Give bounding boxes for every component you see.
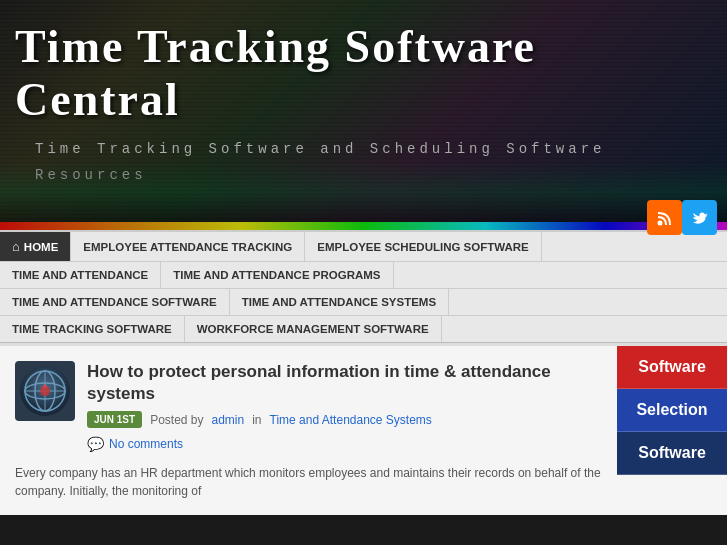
main-content: How to protect personal information in t…	[0, 346, 617, 515]
site-sub2: Resources	[35, 167, 712, 183]
content-area: How to protect personal information in t…	[0, 343, 727, 515]
nav-home[interactable]: ⌂ HOME	[0, 232, 71, 261]
twitter-icon[interactable]	[682, 200, 717, 235]
post-author-link[interactable]: admin	[212, 413, 245, 427]
site-header: Time Tracking Software Central Time Trac…	[0, 0, 727, 230]
sidebar-software2-btn[interactable]: Software	[617, 432, 727, 475]
nav-row-3: TIME AND ATTENDANCE SOFTWARE TIME AND AT…	[0, 289, 727, 315]
post-meta: JUN 1ST Posted by admin in Time and Atte…	[87, 411, 602, 428]
nav-employee-attendance[interactable]: EMPLOYEE ATTENDANCE TRACKING	[71, 232, 305, 261]
nav-time-attendance-programs[interactable]: TIME AND ATTENDANCE PROGRAMS	[161, 262, 393, 288]
post-thumbnail	[15, 361, 75, 421]
sidebar: Software Selection Software	[617, 346, 727, 515]
post-item: How to protect personal information in t…	[15, 361, 602, 452]
nav-time-attendance-systems[interactable]: TIME AND ATTENDANCE SYSTEMS	[230, 289, 449, 315]
nav-workforce-management[interactable]: WORKFORCE MANAGEMENT SOFTWARE	[185, 316, 442, 342]
post-excerpt: Every company has an HR department which…	[15, 464, 602, 500]
nav-row-2: TIME AND ATTENDANCE TIME AND ATTENDANCE …	[0, 262, 727, 288]
svg-point-7	[40, 386, 50, 396]
sidebar-software-btn[interactable]: Software	[617, 346, 727, 389]
post-body: How to protect personal information in t…	[87, 361, 602, 452]
post-image	[20, 366, 70, 416]
nav-row-4: TIME TRACKING SOFTWARE WORKFORCE MANAGEM…	[0, 316, 727, 342]
sidebar-selection-btn[interactable]: Selection	[617, 389, 727, 432]
post-category-prefix: in	[252, 413, 261, 427]
post-title: How to protect personal information in t…	[87, 361, 602, 405]
home-icon: ⌂	[12, 239, 20, 254]
site-title: Time Tracking Software Central	[15, 20, 712, 126]
nav-time-tracking-software[interactable]: TIME TRACKING SOFTWARE	[0, 316, 185, 342]
comments-link[interactable]: No comments	[109, 437, 183, 451]
nav-time-attendance[interactable]: TIME AND ATTENDANCE	[0, 262, 161, 288]
svg-point-0	[657, 220, 662, 225]
post-comment: 💬 No comments	[87, 436, 602, 452]
navigation: ⌂ HOME EMPLOYEE ATTENDANCE TRACKING EMPL…	[0, 230, 727, 343]
site-subtitle: Time Tracking Software and Scheduling So…	[35, 141, 712, 157]
nav-employee-scheduling[interactable]: EMPLOYEE SCHEDULING SOFTWARE	[305, 232, 542, 261]
social-icons	[647, 200, 717, 235]
post-date: JUN 1ST	[87, 411, 142, 428]
comment-icon: 💬	[87, 436, 104, 452]
post-author-prefix: Posted by	[150, 413, 203, 427]
rss-icon[interactable]	[647, 200, 682, 235]
nav-time-attendance-software[interactable]: TIME AND ATTENDANCE SOFTWARE	[0, 289, 230, 315]
nav-row-1: ⌂ HOME EMPLOYEE ATTENDANCE TRACKING EMPL…	[0, 232, 727, 261]
post-category-link[interactable]: Time and Attendance Systems	[270, 413, 432, 427]
